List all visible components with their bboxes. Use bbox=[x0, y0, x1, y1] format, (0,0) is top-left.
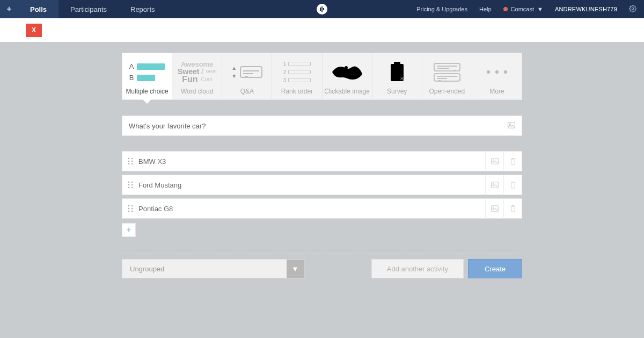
builder-canvas: A B Multiple choice Awesome SweetBestGre… bbox=[0, 42, 644, 278]
group-select-value: Ungrouped bbox=[130, 265, 164, 273]
survey-icon bbox=[372, 53, 422, 88]
create-button[interactable]: Create bbox=[468, 259, 522, 278]
svg-point-22 bbox=[128, 205, 129, 206]
clickable-image-icon bbox=[323, 53, 372, 88]
svg-point-25 bbox=[131, 208, 133, 209]
svg-point-6 bbox=[128, 158, 129, 159]
add-option-button[interactable]: + bbox=[122, 223, 136, 237]
svg-point-27 bbox=[131, 211, 133, 212]
rank-order-icon: 1 2 3 bbox=[272, 53, 321, 88]
image-icon[interactable] bbox=[508, 121, 515, 130]
type-tab-label: Q&A bbox=[240, 88, 254, 95]
type-tab-word-cloud[interactable]: Awesome SweetBestGreat FunCool Word clou… bbox=[172, 53, 222, 100]
multiple-choice-icon: A B bbox=[122, 53, 172, 88]
more-icon bbox=[472, 53, 522, 88]
type-tab-clickable-image[interactable]: Clickable image bbox=[323, 53, 372, 100]
status-label: Comcast bbox=[511, 6, 534, 12]
new-button[interactable]: + bbox=[0, 0, 18, 18]
option-image-icon[interactable] bbox=[485, 198, 503, 219]
option-input[interactable] bbox=[138, 157, 485, 166]
chevron-down-icon: ▼ bbox=[287, 260, 304, 278]
logo[interactable] bbox=[317, 4, 327, 15]
nav-pricing[interactable]: Pricing & Upgrades bbox=[416, 6, 467, 12]
top-navbar: + Polls Participants Reports Pricing & U… bbox=[0, 0, 644, 18]
question-input[interactable] bbox=[129, 122, 508, 130]
svg-rect-20 bbox=[491, 182, 498, 188]
svg-point-23 bbox=[131, 205, 133, 206]
divider bbox=[122, 250, 522, 250]
type-tab-rank-order[interactable]: 1 2 3 Rank order bbox=[272, 53, 322, 100]
svg-point-14 bbox=[128, 182, 129, 183]
option-image-icon[interactable] bbox=[485, 175, 503, 195]
svg-rect-4 bbox=[508, 123, 515, 128]
options-list bbox=[122, 151, 522, 219]
word-cloud-icon: Awesome SweetBestGreat FunCool bbox=[172, 53, 222, 88]
svg-point-13 bbox=[493, 160, 494, 161]
drag-handle-icon[interactable] bbox=[122, 181, 138, 189]
svg-point-15 bbox=[131, 182, 133, 183]
option-row bbox=[122, 198, 522, 219]
svg-point-0 bbox=[632, 8, 634, 10]
open-ended-icon bbox=[422, 53, 472, 88]
drag-handle-icon[interactable] bbox=[122, 205, 138, 212]
svg-point-1 bbox=[345, 66, 348, 69]
svg-point-17 bbox=[131, 184, 133, 185]
option-row bbox=[122, 151, 522, 171]
type-tab-label: Open-ended bbox=[429, 88, 465, 95]
option-delete-icon[interactable] bbox=[503, 198, 522, 219]
nav-tab-participants[interactable]: Participants bbox=[58, 0, 119, 18]
nav-help[interactable]: Help bbox=[479, 6, 492, 12]
add-activity-button[interactable]: Add another activity bbox=[371, 259, 464, 278]
username-link[interactable]: ANDREWKUNESH779 bbox=[555, 6, 617, 12]
status-dot-icon bbox=[503, 7, 508, 11]
type-tab-label: More bbox=[489, 88, 504, 95]
svg-point-7 bbox=[131, 158, 133, 159]
option-delete-icon[interactable] bbox=[503, 151, 522, 171]
svg-point-18 bbox=[128, 187, 129, 188]
qa-icon: ▲▼ bbox=[222, 53, 272, 88]
svg-point-8 bbox=[128, 161, 129, 162]
type-tab-qa[interactable]: ▲▼ Q&A bbox=[222, 53, 272, 100]
nav-right: Pricing & Upgrades Help Comcast ▼ ANDREW… bbox=[416, 5, 644, 14]
type-tab-multiple-choice[interactable]: A B Multiple choice bbox=[122, 53, 172, 100]
drag-handle-icon[interactable] bbox=[122, 157, 138, 165]
option-delete-icon[interactable] bbox=[503, 175, 522, 195]
type-tab-survey[interactable]: Survey bbox=[372, 53, 422, 100]
question-row bbox=[122, 116, 522, 136]
gear-icon[interactable] bbox=[629, 5, 636, 14]
type-tab-label: Rank order bbox=[281, 88, 313, 95]
svg-point-11 bbox=[131, 163, 133, 164]
chevron-down-icon: ▼ bbox=[537, 6, 543, 12]
option-image-icon[interactable] bbox=[485, 151, 503, 171]
type-tab-label: Multiple choice bbox=[126, 88, 168, 95]
poll-builder: A B Multiple choice Awesome SweetBestGre… bbox=[122, 53, 522, 278]
type-tab-label: Survey bbox=[387, 88, 407, 95]
secondary-bar: X bbox=[0, 18, 644, 42]
option-input[interactable] bbox=[138, 205, 485, 213]
svg-point-24 bbox=[128, 208, 129, 209]
svg-point-26 bbox=[128, 211, 129, 212]
svg-point-9 bbox=[131, 161, 133, 162]
group-select[interactable]: Ungrouped ▼ bbox=[122, 259, 304, 278]
nav-tab-polls[interactable]: Polls bbox=[18, 0, 58, 18]
type-tab-label: Clickable image bbox=[324, 88, 370, 95]
type-tab-more[interactable]: More bbox=[472, 53, 522, 100]
svg-point-5 bbox=[510, 124, 511, 125]
svg-point-19 bbox=[131, 187, 133, 188]
svg-rect-3 bbox=[394, 62, 400, 65]
nav-tab-reports[interactable]: Reports bbox=[119, 0, 167, 18]
type-tab-open-ended[interactable]: Open-ended bbox=[422, 53, 472, 100]
svg-point-16 bbox=[128, 184, 129, 185]
svg-point-29 bbox=[493, 207, 494, 208]
option-input[interactable] bbox=[138, 181, 485, 189]
svg-rect-12 bbox=[491, 159, 498, 164]
status-dropdown[interactable]: Comcast ▼ bbox=[503, 6, 543, 12]
svg-point-21 bbox=[493, 183, 494, 184]
close-button[interactable]: X bbox=[26, 24, 42, 37]
svg-point-10 bbox=[128, 163, 129, 164]
logo-icon bbox=[317, 4, 327, 15]
activity-type-tabs: A B Multiple choice Awesome SweetBestGre… bbox=[122, 53, 522, 100]
svg-rect-28 bbox=[491, 206, 498, 212]
builder-footer: Ungrouped ▼ Add another activity Create bbox=[122, 259, 522, 278]
option-row bbox=[122, 175, 522, 195]
